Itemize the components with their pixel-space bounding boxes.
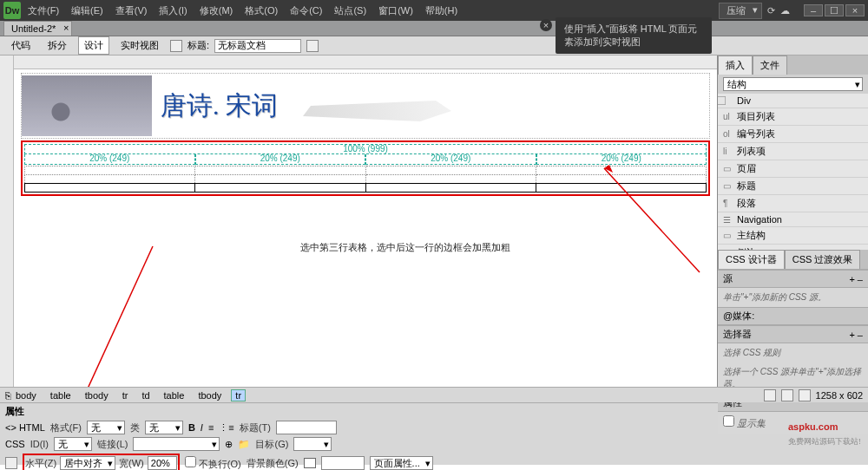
- main-icon: ▭: [723, 231, 737, 240]
- document-tab[interactable]: Untitled-2* ×: [3, 21, 72, 36]
- ul-button[interactable]: ≡: [208, 422, 214, 433]
- tag-tbody[interactable]: tbody: [81, 389, 113, 401]
- insert-item-div[interactable]: ⃞Div: [718, 94, 868, 108]
- hint-close-icon[interactable]: ×: [540, 19, 552, 31]
- target-label: 目标(G): [255, 438, 288, 451]
- tag-table[interactable]: table: [46, 389, 76, 401]
- menu-view[interactable]: 查看(V): [115, 4, 148, 17]
- insert-item-header[interactable]: ▭页眉: [718, 160, 868, 178]
- target-select[interactable]: [293, 437, 332, 451]
- insert-item-ol[interactable]: ol编号列表: [718, 126, 868, 143]
- close-icon[interactable]: ×: [63, 23, 69, 33]
- panel-tab-css-designer[interactable]: CSS 设计器: [718, 250, 785, 269]
- panel-tab-files[interactable]: 文件: [753, 55, 787, 75]
- horizontal-ruler: [14, 55, 717, 69]
- view-code[interactable]: 代码: [5, 36, 36, 55]
- col-ruler-4: 20% (249): [536, 154, 707, 165]
- panel-tab-css-transitions[interactable]: CSS 过渡效果: [785, 250, 861, 269]
- ol-button[interactable]: ⋮≡: [219, 422, 233, 434]
- menu-insert[interactable]: 插入(I): [159, 4, 187, 17]
- tag-body[interactable]: body: [11, 389, 41, 401]
- col-ruler-3: 20% (249): [365, 154, 536, 165]
- heading-icon: ▭: [723, 181, 737, 191]
- show-set-checkbox[interactable]: [723, 415, 734, 427]
- dw-logo: Dw: [3, 2, 21, 19]
- insert-category[interactable]: 结构: [723, 77, 863, 91]
- menu-help[interactable]: 帮助(H): [425, 4, 457, 17]
- minimize-button[interactable]: –: [804, 4, 823, 16]
- page-properties-button[interactable]: 页面属性...: [370, 456, 433, 470]
- hand-tool-icon[interactable]: [781, 389, 793, 401]
- css-selectors-header: 选择器: [723, 328, 752, 341]
- inspect-icon[interactable]: [170, 40, 182, 52]
- insert-item-nav[interactable]: ☰Navigation: [718, 212, 868, 227]
- layout-table[interactable]: [24, 166, 707, 193]
- tag-tr[interactable]: tr: [118, 389, 133, 401]
- width-input[interactable]: [148, 456, 177, 470]
- title-attr-input[interactable]: [276, 421, 337, 434]
- ink-painting-left: [22, 75, 152, 136]
- document-tab-strip: Untitled-2* ×: [0, 21, 868, 36]
- css-sources-hint: 单击"+"添加新的 CSS 源。: [718, 288, 868, 307]
- add-selector-button[interactable]: + –: [849, 330, 863, 340]
- insert-item-main[interactable]: ▭主结构: [718, 227, 868, 245]
- nowrap-label: 不换行(O): [185, 456, 241, 471]
- tag-tr-current[interactable]: tr: [231, 389, 246, 401]
- tag-selector-icon[interactable]: ⎘: [5, 390, 11, 401]
- menu-site[interactable]: 站点(S): [334, 4, 366, 17]
- class-select[interactable]: 无: [145, 421, 183, 434]
- insert-item-ul[interactable]: ul项目列表: [718, 108, 868, 126]
- menu-window[interactable]: 窗口(W): [378, 4, 413, 17]
- insert-item-heading[interactable]: ▭标题: [718, 178, 868, 195]
- add-source-button[interactable]: + –: [849, 274, 863, 284]
- menu-commands[interactable]: 命令(C): [290, 4, 322, 17]
- tag-tbody2[interactable]: tbody: [194, 389, 226, 401]
- point-to-file-icon[interactable]: ⊕: [225, 439, 233, 450]
- menu-file[interactable]: 文件(F): [28, 4, 59, 17]
- insert-item-list: ⃞Div ul项目列表 ol编号列表 li列表项 ▭页眉 ▭标题 ¶段落 ☰Na…: [718, 94, 868, 250]
- refresh-icon[interactable]: [306, 40, 319, 52]
- tag-table2[interactable]: table: [160, 389, 189, 401]
- document-tab-label: Untitled-2*: [11, 23, 56, 34]
- link-select[interactable]: [133, 437, 220, 451]
- design-canvas[interactable]: 唐诗. 宋词 100% (999) 20% (249) 20% (249) 20…: [14, 55, 717, 387]
- workspace-switcher[interactable]: 压缩: [719, 3, 762, 19]
- zoom-tool-icon[interactable]: [799, 389, 811, 401]
- browse-icon[interactable]: 📁: [238, 439, 250, 450]
- cloud-icon[interactable]: ☁: [780, 5, 790, 16]
- tag-td[interactable]: td: [137, 389, 154, 401]
- close-button[interactable]: ×: [845, 4, 865, 16]
- select-tool-icon[interactable]: [764, 389, 776, 401]
- css-sources-header: 源: [723, 272, 733, 285]
- italic-button[interactable]: I: [201, 422, 203, 433]
- menu-modify[interactable]: 修改(M): [200, 4, 233, 17]
- canvas-dimensions: 1258 x 602: [816, 390, 863, 401]
- view-split[interactable]: 拆分: [42, 36, 73, 55]
- format-select[interactable]: 无: [87, 421, 125, 434]
- css-mode[interactable]: CSS: [5, 439, 25, 449]
- nowrap-checkbox[interactable]: [185, 456, 196, 467]
- maximize-button[interactable]: ☐: [825, 4, 844, 16]
- view-design[interactable]: 设计: [78, 36, 109, 55]
- view-live[interactable]: 实时视图: [115, 36, 165, 55]
- properties-header: 属性: [5, 405, 24, 418]
- menu-format[interactable]: 格式(O): [245, 4, 278, 17]
- menu-edit[interactable]: 编辑(E): [71, 4, 103, 17]
- bg-color-input[interactable]: [321, 456, 365, 470]
- bg-color-chip[interactable]: [304, 458, 316, 468]
- side-panels: 插入 文件 结构 ⃞Div ul项目列表 ol编号列表 li列表项 ▭页眉 ▭标…: [717, 55, 868, 387]
- class-label: 类: [130, 421, 140, 434]
- horiz-select[interactable]: 居中对齐: [60, 456, 115, 470]
- html-mode[interactable]: <> HTML: [5, 422, 45, 433]
- sync-icon[interactable]: ⟳: [767, 5, 775, 16]
- insert-item-li[interactable]: li列表项: [718, 143, 868, 160]
- panel-tab-insert[interactable]: 插入: [718, 55, 753, 75]
- title-attr-label: 标题(T): [240, 421, 271, 434]
- highlight-align-width: 水平(Z) 居中对齐 宽(W): [23, 454, 180, 470]
- bold-button[interactable]: B: [188, 422, 195, 433]
- id-select[interactable]: 无: [54, 437, 92, 451]
- table-row-selected: [25, 184, 707, 193]
- insert-item-paragraph[interactable]: ¶段落: [718, 195, 868, 212]
- doc-title-input[interactable]: [214, 39, 301, 53]
- cell-icon[interactable]: [5, 457, 17, 469]
